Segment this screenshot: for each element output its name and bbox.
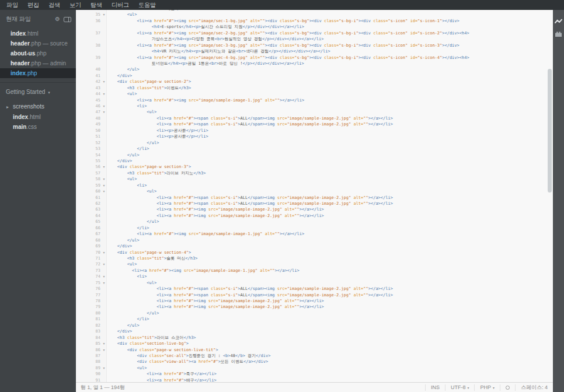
- code-line[interactable]: 78<li><a href="#"><img src="image/sample…: [76, 298, 546, 304]
- code-line[interactable]: <h4>E-sports</h4><p>실시간 스트리밍 지원</p></div…: [76, 24, 546, 30]
- code-line[interactable]: 72▾<ul>: [76, 261, 546, 267]
- code-line[interactable]: 87<div class="sec-all">진행중인 경기 : <b>48</…: [76, 353, 546, 359]
- fold-arrow-icon[interactable]: ▾: [100, 188, 107, 194]
- fold-arrow-icon[interactable]: ▾: [100, 12, 107, 18]
- code-line[interactable]: 58▾<ul>: [76, 176, 546, 182]
- sidebar-file-3[interactable]: header.php — admin: [0, 58, 76, 68]
- extension-manager-button[interactable]: [554, 30, 563, 38]
- tree-file-2[interactable]: main.css: [0, 122, 76, 132]
- code-line[interactable]: 가상스포츠</h4><p>다양한 종목<br>현실적인 영상 경험</p></d…: [76, 36, 546, 42]
- split-view-icon[interactable]: [64, 17, 71, 22]
- code-line[interactable]: 65</ul>: [76, 219, 546, 225]
- code-line[interactable]: 54</ul>: [76, 152, 546, 158]
- code-line[interactable]: 48<li><a href="#"><span class="s-i">ALL<…: [76, 116, 546, 121]
- gear-icon[interactable]: ⚙: [55, 16, 60, 22]
- encoding-selector[interactable]: UTF-8 ▾: [445, 384, 475, 391]
- fold-arrow-icon[interactable]: ▾: [100, 183, 107, 188]
- code-line[interactable]: 88<div class="view-all"><a href="#">모든 이…: [76, 359, 546, 365]
- fold-arrow-icon[interactable]: ▾: [100, 250, 107, 256]
- code-line[interactable]: 86▾<div class="page-w section-live-tit">: [76, 347, 546, 353]
- code-line[interactable]: 81</li>: [76, 316, 546, 322]
- code-line[interactable]: 55</div>: [76, 158, 546, 164]
- code-line[interactable]: 37<li><a href="#"><img src="image/sec-2-…: [76, 30, 546, 36]
- code-line[interactable]: 47▾<ul>: [76, 109, 546, 115]
- editor-scrollbar[interactable]: [546, 10, 553, 382]
- insert-mode-indicator[interactable]: INS: [425, 384, 445, 391]
- fold-arrow-icon[interactable]: ▾: [100, 109, 107, 115]
- code-line[interactable]: 85▾<div class="section-live-bg">: [76, 341, 546, 346]
- fold-arrow-icon[interactable]: ▾: [100, 280, 107, 286]
- code-line[interactable]: 79<li><a href="#"><img src="image/sample…: [76, 304, 546, 310]
- code-line[interactable]: 53</li>: [76, 146, 546, 152]
- sidebar-file-0[interactable]: index.html: [0, 29, 76, 38]
- fold-arrow-icon[interactable]: ▾: [100, 103, 107, 109]
- code-editor[interactable]: 34<h3 class="tit">게임</h3>35▾<ul>36<li><a…: [76, 10, 546, 382]
- code-line[interactable]: 57<h3 class="tit">라이브 카지노</h3>: [76, 170, 546, 176]
- fold-arrow-icon[interactable]: ▾: [100, 91, 107, 97]
- code-line[interactable]: 67<li><a href="#"><img src="image/sample…: [76, 231, 546, 237]
- code-line[interactable]: 39<li><a href="#"><img src="image/sec-4-…: [76, 55, 546, 61]
- code-line[interactable]: 66</li>: [76, 225, 546, 231]
- code-line[interactable]: 45<li><a href="#"><img src="image/sample…: [76, 97, 546, 103]
- menu-item-4[interactable]: 탐색: [86, 0, 107, 10]
- menu-item-2[interactable]: 검색: [44, 0, 65, 10]
- code-line[interactable]: 44▾<ul>: [76, 91, 546, 97]
- fold-arrow-icon[interactable]: ▾: [100, 341, 107, 346]
- code-line[interactable]: 90<li><a href="#">축구</a></li>: [76, 371, 546, 377]
- code-line[interactable]: 62<li><a href="#"><span class="s-i">ALL<…: [76, 201, 546, 206]
- code-line[interactable]: 41</div>: [76, 73, 546, 79]
- code-line[interactable]: 43<h3 class="tit">이벤트</h3>: [76, 85, 546, 91]
- code-line[interactable]: 76<li><a href="#"><span class="s-i">ALL<…: [76, 286, 546, 292]
- fold-arrow-icon[interactable]: ▾: [100, 274, 107, 279]
- code-line[interactable]: 49<li><a href="#"><span class="s-i">ALL<…: [76, 121, 546, 127]
- code-line[interactable]: 36<li><a href="#"><img src="image/sec-1-…: [76, 18, 546, 24]
- menu-item-3[interactable]: 보기: [65, 0, 86, 10]
- code-line[interactable]: 38<li><a href="#"><img src="image/sec-3-…: [76, 43, 546, 48]
- tree-folder-screenshots[interactable]: ▸screenshots: [0, 102, 76, 112]
- code-line[interactable]: 50<li><p>공사중</p></li>: [76, 128, 546, 134]
- code-line[interactable]: 42▾<div class="page-w section-2">: [76, 79, 546, 85]
- code-line[interactable]: 64<li><a href="#"><img src="image/sample…: [76, 213, 546, 219]
- fold-arrow-icon[interactable]: ▾: [100, 79, 107, 85]
- fold-arrow-icon[interactable]: ▾: [100, 347, 107, 353]
- menu-item-0[interactable]: 파일: [2, 0, 23, 10]
- sidebar-file-2[interactable]: about-us.php: [0, 48, 76, 58]
- language-selector[interactable]: PHP ▾: [474, 384, 500, 391]
- code-line[interactable]: 69</div>: [76, 243, 546, 249]
- sidebar-file-1[interactable]: header.php — source: [0, 38, 76, 48]
- code-line[interactable]: 80</ul>: [76, 310, 546, 316]
- code-line[interactable]: 70▾<div class="page-w section-4">: [76, 250, 546, 256]
- code-line[interactable]: 63<li><a href="#"><img src="image/sample…: [76, 206, 546, 212]
- code-line[interactable]: 75▾<ul>: [76, 280, 546, 286]
- code-line[interactable]: 60▾<ul>: [76, 188, 546, 194]
- code-line[interactable]: 71<h3 class="tit">슬롯 머신</h3>: [76, 256, 546, 261]
- code-line[interactable]: 77<li><a href="#"><span class="s-i">ALL<…: [76, 292, 546, 298]
- scrollbar-thumb[interactable]: [548, 69, 552, 192]
- fold-arrow-icon[interactable]: ▾: [100, 261, 107, 267]
- code-line[interactable]: 56▾<div class="page-w section-3">: [76, 164, 546, 170]
- menu-item-6[interactable]: 도움말: [134, 0, 161, 10]
- code-line[interactable]: 46▾<li>: [76, 103, 546, 109]
- fold-arrow-icon[interactable]: ▾: [100, 176, 107, 182]
- code-line[interactable]: 83</div>: [76, 328, 546, 334]
- code-line[interactable]: 61<li><a href="#"><span class="s-i">ALL<…: [76, 195, 546, 201]
- code-line[interactable]: 35▾<ul>: [76, 12, 546, 18]
- code-line[interactable]: 토너먼트</h4><p>금일 1등은<br>바로 당신 !</p></div><…: [76, 61, 546, 66]
- code-line[interactable]: 68</ul>: [76, 237, 546, 243]
- lint-status[interactable]: [500, 384, 515, 391]
- tree-file-1[interactable]: index.html: [0, 112, 76, 123]
- code-line[interactable]: 51<li><p>공사중</p></li>: [76, 134, 546, 139]
- menu-item-1[interactable]: 편집: [23, 0, 44, 10]
- code-line[interactable]: 40</ul>: [76, 66, 546, 72]
- fold-arrow-icon[interactable]: ▾: [100, 164, 107, 170]
- indent-size-setting[interactable]: 스페이스: 4: [515, 384, 553, 391]
- code-line[interactable]: 73<li><a href="#"><img src="image/sample…: [76, 268, 546, 274]
- code-line[interactable]: 52</ul>: [76, 140, 546, 146]
- code-line[interactable]: 82</ul>: [76, 323, 546, 328]
- menu-item-5[interactable]: 디버그: [107, 0, 134, 10]
- project-dropdown[interactable]: Getting Started▾: [0, 85, 76, 99]
- code-line[interactable]: 91<li><a href="#">배구</a></li>: [76, 377, 546, 382]
- live-preview-button[interactable]: [554, 18, 563, 25]
- code-line[interactable]: 84<h3 class="tit">라이브 스코어</h3>: [76, 335, 546, 341]
- code-line[interactable]: 59▾<li>: [76, 183, 546, 188]
